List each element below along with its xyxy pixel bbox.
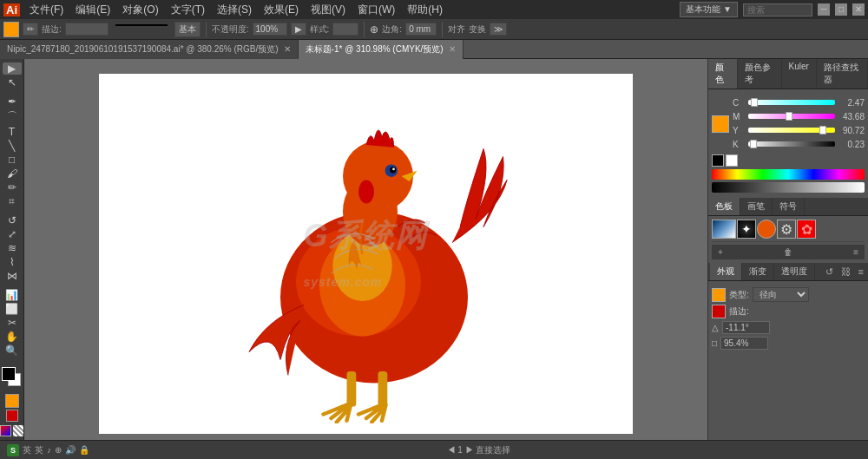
opacity-arrow[interactable]: ▶ xyxy=(291,23,306,36)
nav-label: 直接选择 xyxy=(476,445,510,455)
tool-direct-select[interactable]: ↖ xyxy=(3,76,22,89)
new-swatch-btn[interactable]: + xyxy=(715,246,726,258)
current-color-box[interactable] xyxy=(712,115,729,133)
search-input[interactable] xyxy=(743,3,812,16)
tool-warp[interactable]: ≋ xyxy=(3,242,22,254)
style-input[interactable] xyxy=(332,23,358,36)
none-swatch[interactable] xyxy=(13,425,24,436)
tool-pencil[interactable]: ✏ xyxy=(3,181,22,193)
scale-input[interactable] xyxy=(720,337,768,350)
mode-label: 描边: xyxy=(729,305,749,318)
tool-blend[interactable]: ⋈ xyxy=(3,270,22,282)
color-swatch-orange[interactable] xyxy=(757,220,776,239)
tab-1-close[interactable]: ✕ xyxy=(284,44,291,54)
transparency-tab[interactable]: 透明度 xyxy=(774,263,815,280)
more-btn[interactable]: ≫ xyxy=(490,23,507,36)
gradient-swatch-1[interactable] xyxy=(712,220,736,239)
minimize-button[interactable]: ─ xyxy=(818,3,830,16)
tool-pen[interactable]: ✒ xyxy=(3,95,22,108)
gradient-swatch[interactable] xyxy=(0,425,11,436)
tool-line[interactable]: ╲ xyxy=(3,140,22,152)
ap-stroke-swatch[interactable] xyxy=(712,305,726,318)
fill-swatch[interactable] xyxy=(3,22,19,37)
active-color-swatch[interactable] xyxy=(5,394,19,408)
type-select[interactable]: 径向 线性 xyxy=(753,287,809,302)
kuler-tab[interactable]: Kuler xyxy=(782,59,817,89)
opacity-input[interactable] xyxy=(253,23,287,36)
tool-zoom[interactable]: 🔍 xyxy=(3,344,22,357)
corner-input[interactable] xyxy=(405,23,437,36)
tab-2-close[interactable]: ✕ xyxy=(449,44,456,54)
right-controls: 基本功能 ▼ ─ □ ✕ xyxy=(680,2,865,17)
menu-file[interactable]: 文件(F) xyxy=(27,2,66,18)
divider-3 xyxy=(442,22,443,37)
stroke-input[interactable] xyxy=(65,23,108,36)
floral-swatch[interactable]: ✿ xyxy=(797,220,816,239)
spectrum-bar[interactable] xyxy=(712,169,865,180)
color-reference-tab[interactable]: 颜色参考 xyxy=(738,59,782,89)
tab-2[interactable]: 未标题-1* @ 310.98% (CMYK/预览) ✕ xyxy=(299,40,464,59)
swatch-tab[interactable]: 色板 xyxy=(708,198,740,215)
black-slider[interactable] xyxy=(748,141,835,148)
menu-edit[interactable]: 编辑(E) xyxy=(73,2,113,18)
pathfinder-tab[interactable]: 路径查找器 xyxy=(817,59,868,89)
reset-btn[interactable]: ↺ xyxy=(823,266,836,279)
color-tab[interactable]: 颜色 xyxy=(708,59,738,89)
menu-help[interactable]: 帮助(H) xyxy=(404,2,445,18)
menu-effect[interactable]: 效果(E) xyxy=(261,2,301,18)
appearance-panel-tabs: 外观 渐变 透明度 ↺ ⛓ ≡ xyxy=(708,263,868,281)
appearance-tab[interactable]: 外观 xyxy=(710,263,742,280)
tool-shaper[interactable]: ⌗ xyxy=(3,195,22,207)
cyan-slider[interactable] xyxy=(748,100,835,107)
gradient-tab[interactable]: 渐变 xyxy=(742,263,774,280)
tab-1[interactable]: Nipic_24787180_20190610191537190084.ai* … xyxy=(0,40,299,59)
menu-view[interactable]: 视图(V) xyxy=(308,2,348,18)
menu-bar: Ai 文件(F) 编辑(E) 对象(O) 文字(T) 选择(S) 效果(E) 视… xyxy=(0,0,868,19)
close-button[interactable]: ✕ xyxy=(852,3,865,16)
tool-paintbrush[interactable]: 🖌 xyxy=(3,167,22,180)
maximize-button[interactable]: □ xyxy=(835,3,847,16)
white-swatch[interactable] xyxy=(726,154,738,167)
nav-page: 1 xyxy=(457,445,463,455)
yellow-slider[interactable] xyxy=(748,128,835,134)
foreground-color[interactable] xyxy=(2,367,16,381)
basic-btn[interactable]: 基本 xyxy=(174,22,201,37)
tool-column-graph[interactable]: 📊 xyxy=(3,289,22,301)
pattern-swatch-2[interactable]: ⚙ xyxy=(777,220,796,239)
options-btn[interactable]: ≡ xyxy=(856,266,866,278)
nav-prev[interactable]: ◀ xyxy=(447,445,456,455)
tool-scale[interactable]: ⤢ xyxy=(3,228,22,240)
input-method-icon: 英 xyxy=(35,444,43,456)
nav-next[interactable]: ▶ xyxy=(465,445,474,455)
tool-hand[interactable]: ✋ xyxy=(3,331,22,343)
menu-window[interactable]: 窗口(W) xyxy=(355,2,398,18)
tool-curvature[interactable]: ⌒ xyxy=(3,109,22,124)
chain-btn[interactable]: ⛓ xyxy=(838,266,853,278)
secondary-color-swatch[interactable] xyxy=(6,410,18,422)
angle-input[interactable] xyxy=(722,321,770,334)
main-layout: ▶ ↖ ✒ ⌒ T ╲ □ 🖌 ✏ ⌗ ↺ ⤢ ≋ ⌇ ⋈ 📊 ⬜ ✂ ✋ 🔍 xyxy=(0,59,868,440)
workspace-button[interactable]: 基本功能 ▼ xyxy=(680,2,738,17)
menu-text[interactable]: 文字(T) xyxy=(168,2,207,18)
symbol-tab[interactable]: 符号 xyxy=(773,198,805,215)
black-swatch[interactable] xyxy=(712,154,724,167)
gray-bar[interactable] xyxy=(712,182,865,193)
menu-object[interactable]: 对象(O) xyxy=(120,2,161,18)
tool-select[interactable]: ▶ xyxy=(3,62,22,75)
magenta-slider[interactable] xyxy=(748,114,835,121)
canvas-background[interactable]: G系统网system.com xyxy=(99,74,633,434)
tool-slice[interactable]: ✂ xyxy=(3,317,22,329)
pattern-swatch-1[interactable]: ✦ xyxy=(737,220,756,239)
tab-2-label: 未标题-1* @ 310.98% (CMYK/预览) xyxy=(306,43,444,56)
brush-tab[interactable]: 画笔 xyxy=(740,198,773,215)
menu-select[interactable]: 选择(S) xyxy=(214,2,254,18)
tool-rect[interactable]: □ xyxy=(3,154,22,166)
tool-rotate[interactable]: ↺ xyxy=(3,214,22,226)
swatch-menu-btn[interactable]: ≡ xyxy=(851,246,861,258)
tool-artboard[interactable]: ⬜ xyxy=(3,303,22,315)
stroke-btn[interactable]: ✏ xyxy=(23,23,38,36)
tool-type[interactable]: T xyxy=(3,126,22,138)
delete-swatch-btn[interactable]: 🗑 xyxy=(781,246,795,258)
ap-fill-swatch[interactable] xyxy=(712,288,726,302)
tool-width[interactable]: ⌇ xyxy=(3,256,22,268)
